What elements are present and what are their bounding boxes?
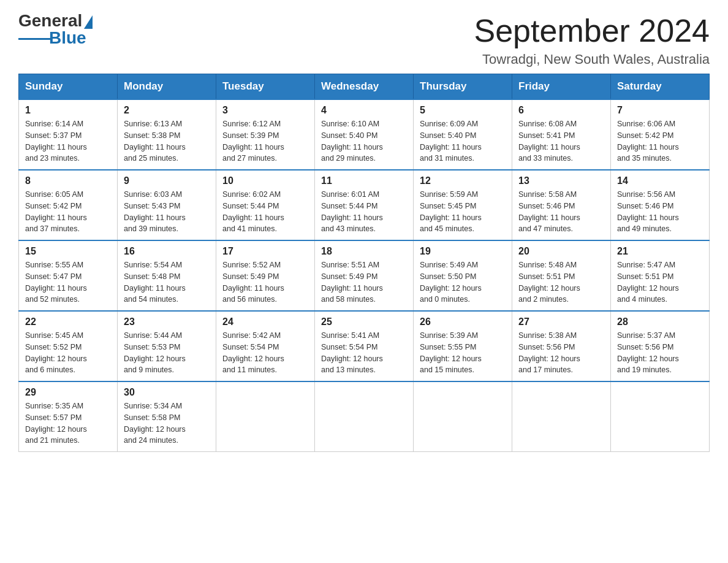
day-info: Sunrise: 5:56 AMSunset: 5:46 PMDaylight:… <box>617 189 703 235</box>
calendar-week-row: 15Sunrise: 5:55 AMSunset: 5:47 PMDayligh… <box>19 240 710 311</box>
calendar-day-cell: 19Sunrise: 5:49 AMSunset: 5:50 PMDayligh… <box>414 240 512 311</box>
day-number: 3 <box>222 105 308 116</box>
day-number: 28 <box>617 316 703 327</box>
day-info: Sunrise: 6:14 AMSunset: 5:37 PMDaylight:… <box>25 118 111 164</box>
day-number: 25 <box>321 316 407 327</box>
calendar-week-row: 1Sunrise: 6:14 AMSunset: 5:37 PMDaylight… <box>19 99 710 170</box>
day-info: Sunrise: 5:55 AMSunset: 5:47 PMDaylight:… <box>25 259 111 305</box>
day-info: Sunrise: 6:12 AMSunset: 5:39 PMDaylight:… <box>222 118 308 164</box>
calendar-day-cell: 4Sunrise: 6:10 AMSunset: 5:40 PMDaylight… <box>315 99 414 170</box>
calendar-day-cell: 6Sunrise: 6:08 AMSunset: 5:41 PMDaylight… <box>512 99 611 170</box>
calendar-day-cell: 28Sunrise: 5:37 AMSunset: 5:56 PMDayligh… <box>611 311 710 381</box>
day-info: Sunrise: 5:51 AMSunset: 5:49 PMDaylight:… <box>321 259 407 305</box>
day-info: Sunrise: 5:39 AMSunset: 5:55 PMDaylight:… <box>420 330 506 376</box>
day-number: 4 <box>321 105 407 116</box>
calendar-header-row: SundayMondayTuesdayWednesdayThursdayFrid… <box>19 74 710 100</box>
day-number: 26 <box>420 316 506 327</box>
calendar-day-cell <box>315 381 414 452</box>
day-number: 23 <box>124 316 210 327</box>
calendar-day-cell: 18Sunrise: 5:51 AMSunset: 5:49 PMDayligh… <box>315 240 414 311</box>
calendar-day-cell: 27Sunrise: 5:38 AMSunset: 5:56 PMDayligh… <box>512 311 611 381</box>
day-number: 7 <box>617 105 703 116</box>
day-number: 20 <box>518 246 604 257</box>
day-number: 22 <box>25 316 111 327</box>
day-number: 16 <box>124 246 210 257</box>
day-info: Sunrise: 5:42 AMSunset: 5:54 PMDaylight:… <box>222 330 308 376</box>
day-number: 11 <box>321 175 407 186</box>
calendar-day-cell: 16Sunrise: 5:54 AMSunset: 5:48 PMDayligh… <box>118 240 216 311</box>
calendar-day-header: Friday <box>512 74 611 100</box>
day-info: Sunrise: 6:08 AMSunset: 5:41 PMDaylight:… <box>518 118 604 164</box>
calendar-day-cell: 15Sunrise: 5:55 AMSunset: 5:47 PMDayligh… <box>19 240 118 311</box>
logo-line2: Blue <box>18 29 86 47</box>
calendar-day-header: Sunday <box>19 74 118 100</box>
day-info: Sunrise: 5:52 AMSunset: 5:49 PMDaylight:… <box>222 259 308 305</box>
calendar-day-cell <box>611 381 710 452</box>
day-number: 9 <box>124 175 210 186</box>
day-info: Sunrise: 5:44 AMSunset: 5:53 PMDaylight:… <box>124 330 210 376</box>
day-number: 24 <box>222 316 308 327</box>
day-number: 29 <box>25 387 111 398</box>
calendar-day-cell: 21Sunrise: 5:47 AMSunset: 5:51 PMDayligh… <box>611 240 710 311</box>
calendar-day-cell: 7Sunrise: 6:06 AMSunset: 5:42 PMDaylight… <box>611 99 710 170</box>
location-title: Towradgi, New South Wales, Australia <box>474 52 710 67</box>
calendar-day-cell: 23Sunrise: 5:44 AMSunset: 5:53 PMDayligh… <box>118 311 216 381</box>
calendar-day-cell: 17Sunrise: 5:52 AMSunset: 5:49 PMDayligh… <box>216 240 315 311</box>
calendar-day-cell: 3Sunrise: 6:12 AMSunset: 5:39 PMDaylight… <box>216 99 315 170</box>
calendar-day-header: Thursday <box>414 74 512 100</box>
logo-general: General <box>18 12 82 29</box>
day-number: 13 <box>518 175 604 186</box>
calendar-day-header: Saturday <box>611 74 710 100</box>
day-number: 5 <box>420 105 506 116</box>
calendar-day-cell: 22Sunrise: 5:45 AMSunset: 5:52 PMDayligh… <box>19 311 118 381</box>
day-number: 2 <box>124 105 210 116</box>
day-number: 14 <box>617 175 703 186</box>
day-number: 10 <box>222 175 308 186</box>
day-number: 6 <box>518 105 604 116</box>
day-info: Sunrise: 6:02 AMSunset: 5:44 PMDaylight:… <box>222 189 308 235</box>
calendar-day-header: Tuesday <box>216 74 315 100</box>
logo: General Blue <box>18 12 93 47</box>
day-number: 8 <box>25 175 111 186</box>
month-title: September 2024 <box>474 12 710 49</box>
day-info: Sunrise: 6:10 AMSunset: 5:40 PMDaylight:… <box>321 118 407 164</box>
calendar-day-cell: 14Sunrise: 5:56 AMSunset: 5:46 PMDayligh… <box>611 170 710 240</box>
calendar-day-cell: 11Sunrise: 6:01 AMSunset: 5:44 PMDayligh… <box>315 170 414 240</box>
calendar-week-row: 8Sunrise: 6:05 AMSunset: 5:42 PMDaylight… <box>19 170 710 240</box>
day-number: 18 <box>321 246 407 257</box>
day-info: Sunrise: 6:05 AMSunset: 5:42 PMDaylight:… <box>25 189 111 235</box>
logo-divider <box>18 38 50 40</box>
title-block: September 2024 Towradgi, New South Wales… <box>474 12 710 67</box>
calendar-day-header: Monday <box>118 74 216 100</box>
logo-triangle-icon <box>84 15 93 29</box>
day-info: Sunrise: 5:38 AMSunset: 5:56 PMDaylight:… <box>518 330 604 376</box>
day-info: Sunrise: 5:48 AMSunset: 5:51 PMDaylight:… <box>518 259 604 305</box>
calendar-table: SundayMondayTuesdayWednesdayThursdayFrid… <box>18 74 710 452</box>
calendar-day-cell: 29Sunrise: 5:35 AMSunset: 5:57 PMDayligh… <box>19 381 118 452</box>
day-number: 17 <box>222 246 308 257</box>
day-info: Sunrise: 6:01 AMSunset: 5:44 PMDaylight:… <box>321 189 407 235</box>
calendar-day-cell: 26Sunrise: 5:39 AMSunset: 5:55 PMDayligh… <box>414 311 512 381</box>
calendar-day-header: Wednesday <box>315 74 414 100</box>
day-info: Sunrise: 5:41 AMSunset: 5:54 PMDaylight:… <box>321 330 407 376</box>
calendar-day-cell: 9Sunrise: 6:03 AMSunset: 5:43 PMDaylight… <box>118 170 216 240</box>
day-info: Sunrise: 5:45 AMSunset: 5:52 PMDaylight:… <box>25 330 111 376</box>
day-info: Sunrise: 5:54 AMSunset: 5:48 PMDaylight:… <box>124 259 210 305</box>
day-info: Sunrise: 5:34 AMSunset: 5:58 PMDaylight:… <box>124 400 210 446</box>
logo-blue: Blue <box>49 29 86 47</box>
calendar-day-cell: 1Sunrise: 6:14 AMSunset: 5:37 PMDaylight… <box>19 99 118 170</box>
day-info: Sunrise: 5:37 AMSunset: 5:56 PMDaylight:… <box>617 330 703 376</box>
day-info: Sunrise: 6:06 AMSunset: 5:42 PMDaylight:… <box>617 118 703 164</box>
calendar-day-cell: 24Sunrise: 5:42 AMSunset: 5:54 PMDayligh… <box>216 311 315 381</box>
calendar-day-cell <box>216 381 315 452</box>
calendar-week-row: 29Sunrise: 5:35 AMSunset: 5:57 PMDayligh… <box>19 381 710 452</box>
calendar-day-cell <box>512 381 611 452</box>
day-info: Sunrise: 5:47 AMSunset: 5:51 PMDaylight:… <box>617 259 703 305</box>
day-number: 27 <box>518 316 604 327</box>
calendar-day-cell: 5Sunrise: 6:09 AMSunset: 5:40 PMDaylight… <box>414 99 512 170</box>
day-info: Sunrise: 5:58 AMSunset: 5:46 PMDaylight:… <box>518 189 604 235</box>
day-number: 30 <box>124 387 210 398</box>
calendar-week-row: 22Sunrise: 5:45 AMSunset: 5:52 PMDayligh… <box>19 311 710 381</box>
day-info: Sunrise: 6:09 AMSunset: 5:40 PMDaylight:… <box>420 118 506 164</box>
page-header: General Blue September 2024 Towradgi, Ne… <box>18 12 710 67</box>
